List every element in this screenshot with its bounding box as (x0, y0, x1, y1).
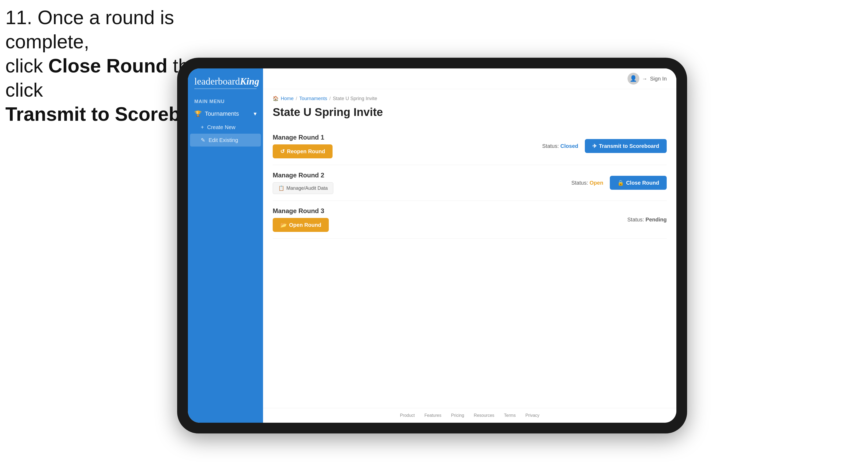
page-title: State U Spring Invite (273, 106, 667, 119)
sidebar-tournaments-label: Tournaments (205, 110, 239, 117)
sidebar: leaderboardKing MAIN MENU 🏆 Tournaments … (188, 68, 263, 423)
round-3-section: Manage Round 3 📂 Open Round Status: Pend… (273, 201, 667, 239)
home-icon: 🏠 (273, 96, 279, 101)
instruction-close-round-bold: Close Round (48, 55, 167, 76)
round-3-status-area: Status: Pending (627, 217, 667, 223)
round-3-left: Manage Round 3 📂 Open Round (273, 207, 329, 232)
footer-pricing[interactable]: Pricing (451, 413, 464, 418)
sidebar-item-tournaments[interactable]: 🏆 Tournaments ▾ (188, 106, 263, 121)
round-1-section: Manage Round 1 ↺ Reopen Round Status: Cl… (273, 127, 667, 165)
round-2-left: Manage Round 2 📋 Manage/Audit Data (273, 172, 333, 194)
footer: Product Features Pricing Resources Terms… (263, 408, 676, 423)
status-label-1: Status: (542, 143, 559, 149)
manage-audit-label: Manage/Audit Data (286, 185, 328, 191)
sidebar-item-create-new[interactable]: + Create New (188, 121, 263, 134)
round-1-status: Status: Closed (542, 143, 579, 149)
transmit-to-scoreboard-button[interactable]: ✈ Transmit to Scoreboard (585, 139, 667, 153)
footer-features[interactable]: Features (424, 413, 441, 418)
round-2-label: Manage Round 2 (273, 172, 333, 179)
arrow-right-icon: → (642, 76, 647, 82)
round-3-label: Manage Round 3 (273, 207, 329, 215)
round-3-status: Status: Pending (627, 217, 667, 223)
round-1-label: Manage Round 1 (273, 134, 333, 141)
status-label-2: Status: (571, 180, 588, 186)
logo-leaderboard: leaderboard (194, 76, 240, 87)
main-content: 👤 → Sign In 🏠 Home / Tournaments / State (263, 68, 676, 423)
edit-existing-label: Edit Existing (209, 137, 238, 143)
breadcrumb: 🏠 Home / Tournaments / State U Spring In… (273, 96, 667, 101)
app-layout: leaderboardKing MAIN MENU 🏆 Tournaments … (188, 68, 676, 423)
create-new-label: Create New (207, 124, 236, 130)
trophy-icon: 🏆 (194, 110, 202, 117)
instruction-line2-prefix: click (5, 55, 48, 76)
breadcrumb-sep2: / (329, 96, 331, 101)
open-round-label: Open Round (289, 222, 321, 228)
close-icon: 🔒 (617, 180, 624, 186)
status-value-3: Pending (646, 217, 667, 222)
reopen-icon: ↺ (280, 148, 285, 155)
chevron-down-icon: ▾ (254, 110, 256, 117)
logo-text: leaderboardKing (194, 76, 256, 86)
logo-king: King (240, 76, 259, 87)
sign-in-area[interactable]: 👤 → Sign In (627, 73, 667, 85)
round-2-status: Status: Open (571, 180, 603, 186)
edit-icon: ✎ (201, 137, 205, 143)
reopen-round-button[interactable]: ↺ Reopen Round (273, 145, 333, 158)
breadcrumb-tournaments[interactable]: Tournaments (299, 96, 327, 101)
transmit-icon: ✈ (592, 143, 597, 149)
content-area: 🏠 Home / Tournaments / State U Spring In… (263, 89, 676, 408)
sign-in-label: Sign In (650, 76, 667, 82)
round-2-section: Manage Round 2 📋 Manage/Audit Data Statu… (273, 165, 667, 201)
manage-audit-button[interactable]: 📋 Manage/Audit Data (273, 182, 333, 194)
footer-product[interactable]: Product (400, 413, 415, 418)
footer-privacy[interactable]: Privacy (525, 413, 539, 418)
status-value-2: Open (590, 180, 603, 186)
breadcrumb-sep1: / (296, 96, 297, 101)
transmit-label: Transmit to Scoreboard (599, 143, 659, 149)
open-round-button[interactable]: 📂 Open Round (273, 218, 329, 232)
tablet-frame: leaderboardKing MAIN MENU 🏆 Tournaments … (177, 58, 687, 433)
avatar: 👤 (627, 73, 639, 85)
sidebar-item-edit-existing[interactable]: ✎ Edit Existing (190, 134, 261, 147)
round-1-status-area: Status: Closed ✈ Transmit to Scoreboard (542, 139, 667, 153)
open-icon: 📂 (280, 222, 287, 228)
main-menu-label: MAIN MENU (188, 94, 263, 106)
status-value-1: Closed (560, 143, 579, 149)
instruction-line1: 11. Once a round is complete, (5, 7, 174, 52)
reopen-round-label: Reopen Round (287, 148, 325, 155)
round-1-left: Manage Round 1 ↺ Reopen Round (273, 134, 333, 158)
footer-resources[interactable]: Resources (474, 413, 494, 418)
sidebar-logo: leaderboardKing (188, 68, 263, 94)
sidebar-menu-item-left: 🏆 Tournaments (194, 110, 239, 117)
footer-terms[interactable]: Terms (504, 413, 516, 418)
plus-icon: + (201, 124, 204, 130)
top-nav: 👤 → Sign In (263, 68, 676, 89)
tablet-screen: leaderboardKing MAIN MENU 🏆 Tournaments … (188, 68, 676, 423)
round-2-status-area: Status: Open 🔒 Close Round (571, 176, 667, 190)
manage-icon: 📋 (278, 185, 284, 191)
logo-underline (194, 88, 256, 89)
breadcrumb-current: State U Spring Invite (333, 96, 377, 101)
close-round-label: Close Round (626, 180, 659, 186)
status-label-3: Status: (627, 217, 644, 222)
breadcrumb-home[interactable]: Home (281, 96, 293, 101)
close-round-button[interactable]: 🔒 Close Round (610, 176, 667, 190)
